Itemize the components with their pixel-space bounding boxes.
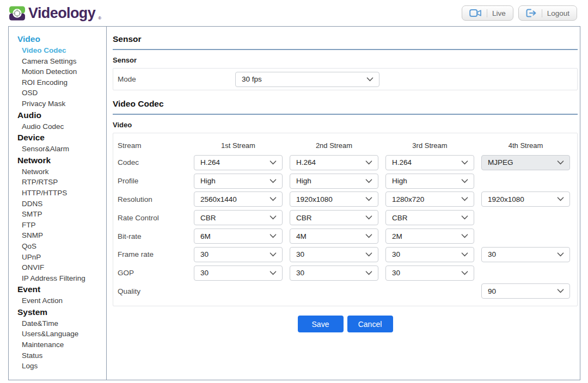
profile-select-2nd-stream[interactable]: High	[290, 174, 378, 189]
sensor-mode-select[interactable]: 30 fps	[235, 72, 379, 87]
sidebar-item-rtp-rtsp[interactable]: RTP/RTSP	[17, 177, 106, 188]
sidebar-item-roi-encoding[interactable]: ROI Encoding	[17, 77, 106, 88]
select-value: 90	[488, 287, 496, 295]
sidebar-item-sensor-alarm[interactable]: Sensor&Alarm	[17, 144, 106, 155]
rate-control-select-1st-stream[interactable]: CBR	[194, 210, 283, 225]
table-cell: 6M	[194, 228, 290, 244]
table-cell: H.264	[385, 155, 481, 170]
sensor-section-title: Sensor	[113, 34, 578, 44]
select-value: MJPEG	[488, 158, 513, 166]
gop-select-2nd-stream[interactable]: 30	[290, 265, 378, 281]
sidebar-section-video[interactable]: Video	[17, 33, 106, 45]
rate-control-select-3rd-stream[interactable]: CBR	[385, 210, 474, 225]
select-value: 30 fps	[242, 75, 262, 83]
row-label: GOP	[118, 269, 194, 277]
select-value: H.264	[392, 158, 412, 166]
codec-select-3rd-stream[interactable]: H.264	[385, 155, 474, 170]
sidebar-item-audio-codec[interactable]: Audio Codec	[17, 121, 106, 132]
chevron-down-icon	[365, 179, 372, 183]
chevron-down-icon	[270, 197, 277, 201]
select-value: 1920x1080	[296, 195, 333, 203]
gop-select-1st-stream[interactable]: 30	[194, 265, 283, 281]
sidebar-item-status[interactable]: Status	[17, 350, 106, 361]
quality-select-4th-stream[interactable]: 90	[481, 283, 570, 299]
table-cell: H.264	[290, 155, 385, 170]
chevron-down-icon	[461, 234, 468, 238]
chevron-down-icon	[365, 215, 372, 220]
codec-select-4th-stream[interactable]: MJPEG	[481, 155, 570, 170]
button-divider	[487, 9, 487, 17]
bit-rate-select-1st-stream[interactable]: 6M	[194, 228, 283, 244]
sidebar-item-users-language[interactable]: Users&Language	[17, 329, 106, 339]
table-cell: 30	[290, 247, 385, 262]
sidebar-item-snmp[interactable]: SNMP	[17, 230, 106, 241]
sidebar-item-upnp[interactable]: UPnP	[17, 252, 106, 263]
gop-select-3rd-stream[interactable]: 30	[385, 265, 474, 281]
resolution-select-3rd-stream[interactable]: 1280x720	[385, 192, 474, 207]
column-header-1st-stream: 1st Stream	[194, 141, 290, 150]
select-value: H.264	[296, 158, 316, 166]
table-row-codec: CodecH.264H.264H.264MJPEG	[118, 153, 577, 172]
profile-select-1st-stream[interactable]: High	[194, 174, 283, 189]
chevron-down-icon	[461, 160, 468, 165]
sidebar-item-video-codec[interactable]: Video Codec	[17, 45, 106, 56]
sidebar-item-osd[interactable]: OSD	[17, 88, 106, 98]
chevron-down-icon	[365, 160, 372, 165]
registered-mark: ®	[98, 16, 101, 21]
table-cell: CBR	[385, 210, 481, 225]
sidebar-section-audio[interactable]: Audio	[17, 109, 106, 121]
sidebar-item-network[interactable]: Network	[17, 166, 106, 177]
sidebar-item-logs[interactable]: Logs	[17, 361, 106, 372]
sidebar-item-motion-detection[interactable]: Motion Detection	[17, 66, 106, 77]
chevron-down-icon	[365, 234, 372, 238]
select-value: High	[200, 177, 216, 185]
select-value: 30	[488, 250, 496, 258]
profile-select-3rd-stream[interactable]: High	[385, 174, 474, 189]
sidebar-item-ftp[interactable]: FTP	[17, 220, 106, 231]
frame-rate-select-1st-stream[interactable]: 30	[194, 247, 283, 262]
sidebar-item-ddns[interactable]: DDNS	[17, 199, 106, 209]
sidebar-item-http-https[interactable]: HTTP/HTTPS	[17, 188, 106, 199]
row-label: Codec	[118, 158, 194, 166]
table-cell: CBR	[290, 210, 385, 225]
logout-button[interactable]: Logout	[518, 5, 577, 21]
bit-rate-select-3rd-stream[interactable]: 2M	[385, 228, 474, 244]
sidebar-item-privacy-mask[interactable]: Privacy Mask	[17, 98, 106, 109]
brand-logo: Videology ®	[9, 5, 101, 22]
column-header-3rd-stream: 3rd Stream	[385, 141, 481, 150]
sidebar-item-date-time[interactable]: Date&Time	[17, 318, 106, 329]
sidebar-item-onvif[interactable]: ONVIF	[17, 262, 106, 273]
sidebar-section-network[interactable]: Network	[17, 155, 106, 166]
sidebar-section-device[interactable]: Device	[17, 132, 106, 144]
frame-rate-select-2nd-stream[interactable]: 30	[290, 247, 378, 262]
table-cell: 30	[194, 247, 290, 262]
sidebar-section-event[interactable]: Event	[17, 283, 106, 295]
resolution-select-1st-stream[interactable]: 2560x1440	[194, 192, 283, 207]
row-label: Frame rate	[118, 250, 194, 258]
chevron-down-icon	[461, 271, 468, 275]
sidebar-item-event-action[interactable]: Event Action	[17, 295, 106, 306]
bit-rate-select-2nd-stream[interactable]: 4M	[290, 228, 378, 244]
cancel-button[interactable]: Cancel	[347, 316, 393, 332]
sidebar-item-qos[interactable]: QoS	[17, 241, 106, 252]
frame-rate-select-4th-stream[interactable]: 30	[481, 247, 570, 262]
sidebar-section-system[interactable]: System	[17, 306, 106, 318]
codec-select-2nd-stream[interactable]: H.264	[290, 155, 378, 170]
save-button[interactable]: Save	[298, 316, 344, 332]
rate-control-select-2nd-stream[interactable]: CBR	[290, 210, 378, 225]
resolution-select-2nd-stream[interactable]: 1920x1080	[290, 192, 378, 207]
select-value: 2560x1440	[200, 195, 237, 203]
table-row-rate-control: Rate ControlCBRCBRCBR	[118, 208, 577, 227]
codec-select-1st-stream[interactable]: H.264	[194, 155, 283, 170]
select-value: 6M	[200, 232, 211, 240]
sidebar-item-maintenance[interactable]: Maintenance	[17, 339, 106, 350]
resolution-select-4th-stream[interactable]: 1920x1080	[481, 192, 570, 207]
video-subsection-title: Video	[113, 121, 578, 129]
sidebar-item-camera-settings[interactable]: Camera Settings	[17, 56, 106, 67]
sidebar-item-smtp[interactable]: SMTP	[17, 209, 106, 220]
section-divider	[113, 49, 578, 50]
chevron-down-icon	[270, 234, 277, 238]
frame-rate-select-3rd-stream[interactable]: 30	[385, 247, 474, 262]
live-button[interactable]: Live	[462, 5, 513, 21]
sidebar-item-ip-address-filtering[interactable]: IP Address Filtering	[17, 273, 106, 284]
